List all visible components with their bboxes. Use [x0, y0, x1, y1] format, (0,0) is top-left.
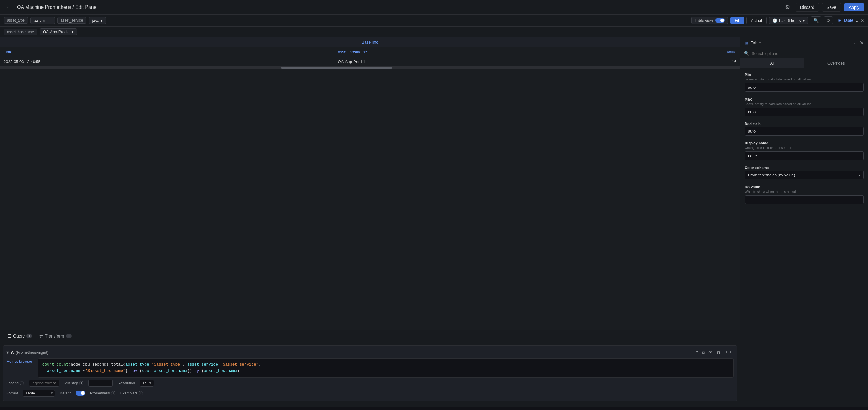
asset-hostname-tag: asset_hostname — [4, 29, 37, 35]
option-decimals: Decimals — [745, 122, 864, 135]
data-table-panel: Base Info Time asset_hostname Value 2022… — [0, 37, 740, 330]
asset-service-dropdown[interactable]: java ▾ — [89, 17, 106, 24]
min-desc: Leave empty to calculate based on all va… — [745, 77, 864, 81]
query-help-button[interactable]: ? — [695, 349, 699, 356]
panel-close-button[interactable]: ✕ — [860, 40, 864, 46]
right-panel-tabs: All Overrides — [740, 59, 868, 68]
no-value-label: No Value — [745, 185, 864, 189]
table-row: 2022-05-03 12:46:55 OA-App-Prod-1 16 — [0, 57, 740, 67]
time-chevron-icon: ▾ — [803, 18, 805, 23]
exemplars-info-icon[interactable]: i — [138, 391, 143, 396]
color-scheme-label: Color scheme — [745, 166, 864, 170]
search-options-input[interactable] — [752, 51, 864, 56]
col-hostname[interactable]: asset_hostname — [334, 47, 610, 57]
min-input[interactable] — [745, 83, 864, 92]
scroll-thumb[interactable] — [281, 67, 392, 68]
discard-button[interactable]: Discard — [796, 3, 819, 11]
table-view-toggle[interactable]: Table view — [691, 17, 728, 24]
decimals-label: Decimals — [745, 122, 864, 126]
resolution-select[interactable]: 1/1 ▾ — [140, 380, 154, 386]
transform-tab-icon: ⇄ — [39, 334, 43, 339]
exemplars-label: Exemplars i — [120, 391, 143, 396]
back-button[interactable]: ← — [4, 3, 14, 11]
refresh-button[interactable]: ↺ — [824, 17, 833, 24]
min-label: Min — [745, 72, 864, 77]
instant-toggle[interactable] — [75, 390, 85, 396]
decimals-input[interactable] — [745, 127, 864, 135]
chevron-down-icon: ▾ — [100, 18, 103, 23]
legend-input[interactable] — [29, 380, 59, 386]
format-select[interactable]: Table Time series — [23, 389, 55, 397]
query-editor-area: ▾ A (Prometheus-mgmt) ? ⧉ 👁 🗑 ⋮⋮ — [0, 342, 740, 407]
option-no-value: No Value What to show when there is no v… — [745, 185, 864, 204]
query-delete-button[interactable]: 🗑 — [715, 349, 721, 356]
option-min: Min Leave empty to calculate based on al… — [745, 72, 864, 92]
asset-hostname-dropdown[interactable]: OA-App-Prod-1 ▾ — [40, 28, 77, 35]
asset-service-tag: asset_service — [57, 17, 86, 24]
tab-all[interactable]: All — [740, 59, 804, 68]
zoom-out-button[interactable]: 🔍 — [811, 17, 822, 24]
tab-overrides[interactable]: Overrides — [804, 59, 868, 68]
col-time[interactable]: Time — [0, 47, 334, 57]
asset-type-value[interactable]: oa-vm — [30, 17, 55, 24]
collapse-query-button[interactable]: ▾ — [6, 349, 9, 355]
asset-type-tag: asset_type — [4, 17, 28, 24]
asset-service-value: java — [92, 18, 99, 23]
display-name-input[interactable] — [745, 151, 864, 160]
cell-time: 2022-05-03 12:46:55 — [0, 57, 334, 67]
query-copy-button[interactable]: ⧉ — [701, 349, 706, 356]
metrics-browser-label: Metrics browser — [6, 359, 32, 364]
save-button[interactable]: Save — [822, 3, 841, 11]
minstep-label: Min step i — [64, 381, 84, 385]
right-panel-options: Min Leave empty to calculate based on al… — [740, 68, 868, 407]
minstep-info-icon[interactable]: i — [79, 381, 84, 385]
panel-type-expand-button[interactable]: ⌄ — [854, 40, 857, 46]
panel-expand-icon: ⌄ — [855, 18, 859, 23]
max-desc: Leave empty to calculate based on all va… — [745, 102, 864, 106]
fill-button[interactable]: Fill — [730, 17, 744, 24]
table-view-label: Table view — [695, 18, 713, 23]
scroll-indicator[interactable] — [0, 67, 740, 68]
settings-button[interactable]: ⚙ — [783, 3, 793, 12]
apply-button[interactable]: Apply — [844, 3, 864, 11]
max-input[interactable] — [745, 107, 864, 116]
right-panel: ⊞ Table ⌄ ✕ 🔍 All Overrides Min Leave em… — [740, 37, 868, 407]
prometheus-label: Prometheus i — [90, 391, 116, 396]
query-row-content: ▾ A (Prometheus-mgmt) ? ⧉ 👁 🗑 ⋮⋮ — [6, 349, 734, 398]
color-scheme-select[interactable]: From thresholds (by value) Fixed color S… — [745, 170, 864, 180]
query-eye-button[interactable]: 👁 — [708, 349, 714, 356]
option-color-scheme: Color scheme From thresholds (by value) … — [745, 166, 864, 180]
query-row-header: ▾ A (Prometheus-mgmt) ? ⧉ 👁 🗑 ⋮⋮ — [6, 349, 734, 356]
cell-hostname: OA-App-Prod-1 — [334, 57, 610, 67]
no-value-input[interactable] — [745, 195, 864, 204]
base-info-header: Base Info — [0, 37, 740, 47]
table-view-switch[interactable] — [715, 18, 724, 23]
transform-tab-label: Transform — [45, 334, 64, 339]
query-row-a: ▾ A (Prometheus-mgmt) ? ⧉ 👁 🗑 ⋮⋮ — [3, 345, 737, 401]
query-drag-button[interactable]: ⋮⋮ — [723, 349, 734, 356]
panel-type-label: Table — [751, 40, 851, 45]
actual-button[interactable]: Actual — [746, 17, 767, 24]
option-display-name: Display name Change the field or series … — [745, 141, 864, 160]
tab-query[interactable]: ☰ Query 1 — [4, 331, 36, 342]
color-scheme-select-wrap: From thresholds (by value) Fixed color S… — [745, 170, 864, 180]
panel-type-selector[interactable]: ⊞ Table ⌄ ✕ — [838, 18, 864, 23]
query-tab-badge: 1 — [27, 334, 32, 338]
legend-info-icon[interactable]: i — [20, 381, 24, 385]
col-value[interactable]: Value — [610, 47, 740, 57]
resolution-chevron-icon: ▾ — [149, 381, 151, 385]
max-label: Max — [745, 97, 864, 101]
time-range-label: Last 6 hours — [779, 18, 801, 23]
clock-icon: 🕐 — [772, 18, 777, 23]
panel-type-icon: ⊞ — [745, 40, 748, 45]
metrics-browser-link[interactable]: Metrics browser › — [6, 358, 35, 365]
table-viz-icon: ⊞ — [838, 18, 841, 23]
format-select-wrap: Table Time series — [23, 389, 55, 397]
query-code-editor[interactable]: count(count(node_cpu_seconds_total{asset… — [38, 358, 734, 378]
tab-transform[interactable]: ⇄ Transform 0 — [36, 331, 75, 342]
panel-close-icon[interactable]: ✕ — [861, 18, 864, 23]
time-range-picker[interactable]: 🕐 Last 6 hours ▾ — [769, 17, 808, 24]
minstep-input[interactable] — [88, 380, 113, 386]
query-tab-label: Query — [13, 334, 25, 339]
prometheus-info-icon[interactable]: i — [111, 391, 116, 396]
